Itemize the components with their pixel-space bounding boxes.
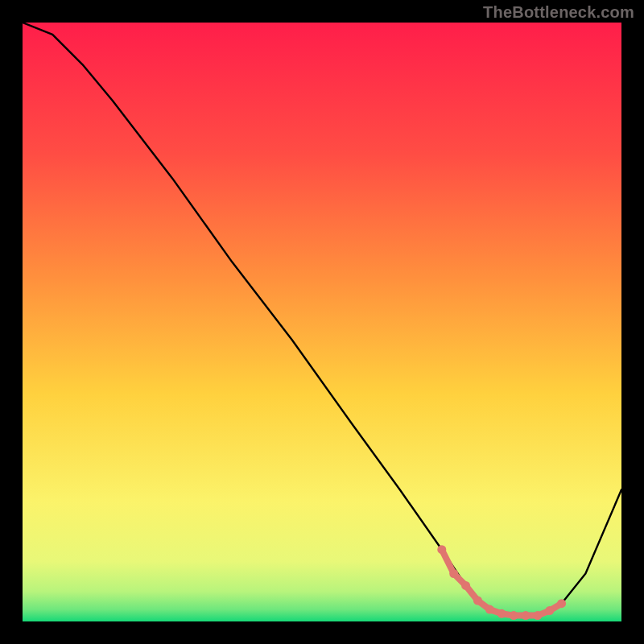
optimal-marker (461, 581, 470, 590)
optimal-marker (437, 545, 446, 554)
optimal-marker (473, 597, 482, 605)
plot-svg (23, 23, 621, 621)
gradient-background (23, 23, 621, 621)
optimal-marker (510, 611, 518, 620)
optimal-marker (545, 606, 554, 615)
optimal-marker (533, 611, 542, 620)
watermark-label: TheBottleneck.com (483, 3, 634, 22)
optimal-marker (485, 605, 494, 614)
optimal-marker (557, 599, 566, 608)
optimal-marker (497, 609, 506, 618)
optimal-marker (449, 569, 458, 578)
plot-area (23, 23, 621, 621)
chart-frame: TheBottleneck.com (0, 0, 644, 644)
optimal-marker (522, 611, 530, 620)
